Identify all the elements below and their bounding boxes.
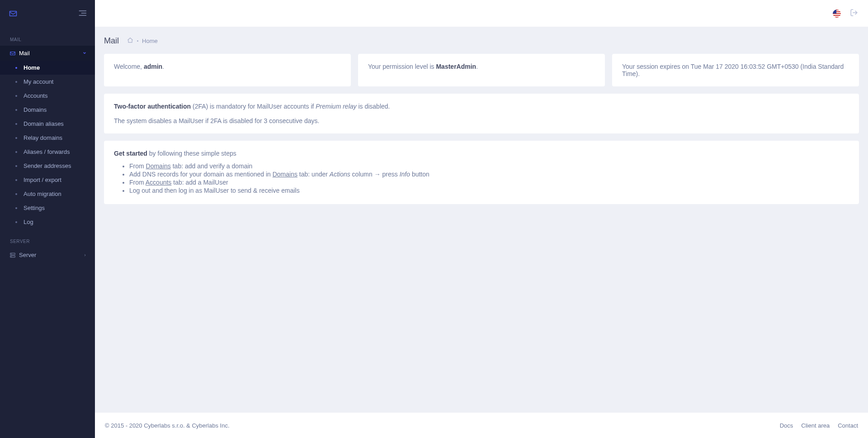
footer-links: Docs Client area Contact: [780, 422, 858, 429]
sidebar-item-my-account[interactable]: My account: [0, 75, 95, 89]
svg-rect-0: [10, 11, 17, 16]
section-label-mail: MAIL: [0, 27, 95, 46]
svg-rect-4: [10, 52, 15, 55]
nav-label-server: Server: [19, 252, 83, 258]
welcome-card: Welcome, admin.: [104, 54, 351, 86]
sidebar-item-sender-addresses[interactable]: Sender addresses: [0, 159, 95, 173]
twofa-bold: Two-factor authentication: [114, 103, 191, 110]
content: Mail Home Welcome, admin. Your permissio…: [95, 27, 868, 438]
breadcrumb: Home: [127, 37, 158, 45]
sidebar-item-label: Settings: [24, 205, 45, 211]
home-icon[interactable]: [127, 37, 133, 45]
twofa-panel: Two-factor authentication (2FA) is manda…: [104, 94, 859, 133]
getstarted-panel: Get started by following these simple st…: [104, 141, 859, 204]
sidebar-item-import-export[interactable]: Import / export: [0, 173, 95, 187]
svg-rect-15: [833, 17, 841, 18]
sidebar-item-domain-aliases[interactable]: Domain aliases: [0, 117, 95, 131]
sidebar-top: [0, 0, 95, 27]
bullet-icon: [15, 151, 17, 153]
svg-rect-14: [833, 15, 841, 16]
svg-rect-11: [833, 10, 841, 10]
breadcrumb-separator: [137, 40, 138, 42]
summary-cards: Welcome, admin. Your permission level is…: [104, 54, 859, 86]
nav-item-mail[interactable]: Mail: [0, 46, 95, 61]
mail-submenu: Home My account Accounts Domains Domain …: [0, 61, 95, 229]
sidebar-item-label: Accounts: [24, 92, 47, 99]
sidebar-item-settings[interactable]: Settings: [0, 201, 95, 215]
link-accounts[interactable]: Accounts: [146, 179, 172, 186]
bullet-icon: [15, 165, 17, 167]
bullet-icon: [15, 81, 17, 83]
welcome-prefix: Welcome,: [114, 63, 144, 70]
bullet-icon: [15, 137, 17, 139]
main: Mail Home Welcome, admin. Your permissio…: [95, 0, 868, 438]
sidebar-item-label: Aliases / forwards: [24, 148, 70, 155]
sidebar-item-accounts[interactable]: Accounts: [0, 89, 95, 103]
link-domains[interactable]: Domains: [273, 171, 297, 178]
perm-level: MasterAdmin: [436, 63, 476, 70]
step1-a: From: [129, 162, 146, 170]
sidebar-item-domains[interactable]: Domains: [0, 103, 95, 117]
bullet-icon: [15, 207, 17, 209]
bullet-icon: [15, 221, 17, 223]
bullet-icon: [15, 193, 17, 195]
sidebar-item-log[interactable]: Log: [0, 215, 95, 229]
getstarted-rest: by following these simple steps: [147, 150, 236, 157]
getstarted-bold: Get started: [114, 150, 147, 157]
sidebar-item-home[interactable]: Home: [0, 61, 95, 75]
welcome-suffix: .: [162, 63, 164, 70]
footer-link-client-area[interactable]: Client area: [801, 422, 830, 429]
chevron-right-icon: [83, 252, 87, 258]
step3-a: From: [129, 179, 146, 186]
perm-prefix: Your permission level is: [368, 63, 436, 70]
sidebar-item-label: Domains: [24, 106, 47, 113]
svg-point-7: [11, 253, 12, 254]
menu-toggle-icon[interactable]: [78, 10, 87, 18]
svg-point-8: [11, 256, 12, 257]
nav-label-mail: Mail: [19, 50, 82, 57]
twofa-mid1: (2FA) is mandatory for MailUser accounts…: [191, 103, 316, 110]
step3-b: tab: add a MailUser: [171, 179, 228, 186]
sidebar-item-label: Sender addresses: [24, 162, 71, 169]
step-1: From Domains tab: add and verify a domai…: [129, 162, 849, 170]
session-card: Your session expires on Tue Mar 17 2020 …: [612, 54, 859, 86]
mail-group-icon: [9, 50, 19, 57]
sidebar-item-label: Auto migration: [24, 190, 61, 197]
sidebar: MAIL Mail Home My account Accounts Domai…: [0, 0, 95, 438]
bullet-icon: [15, 95, 17, 97]
twofa-line2: The system disables a MailUser if 2FA is…: [114, 117, 849, 124]
permission-card: Your permission level is MasterAdmin.: [358, 54, 605, 86]
step2-a: Add DNS records for your domain as menti…: [129, 171, 273, 178]
nav-item-server[interactable]: Server: [0, 248, 95, 262]
logout-icon[interactable]: [850, 9, 858, 18]
step-3: From Accounts tab: add a MailUser: [129, 179, 849, 186]
getstarted-heading: Get started by following these simple st…: [114, 150, 849, 157]
footer-link-contact[interactable]: Contact: [838, 422, 858, 429]
footer-link-docs[interactable]: Docs: [780, 422, 793, 429]
topbar: [95, 0, 868, 27]
step-2: Add DNS records for your domain as menti…: [129, 171, 849, 178]
bullet-icon: [15, 179, 17, 181]
step1-b: tab: add and verify a domain: [171, 162, 253, 170]
sidebar-item-label: My account: [24, 78, 53, 85]
bullet-icon: [15, 123, 17, 125]
mail-logo-icon: [8, 10, 18, 18]
step2-b: tab: under: [297, 171, 330, 178]
svg-rect-16: [833, 10, 836, 14]
section-label-server: SERVER: [0, 229, 95, 248]
sidebar-item-label: Log: [24, 219, 33, 225]
page-title: Mail: [104, 36, 119, 46]
welcome-user: admin: [144, 63, 162, 70]
footer: © 2015 - 2020 Cyberlabs s.r.o. & Cyberla…: [95, 413, 868, 438]
language-flag-icon[interactable]: [833, 10, 841, 18]
step2-em2: Info: [400, 171, 410, 178]
link-domains[interactable]: Domains: [146, 162, 171, 170]
footer-copyright: © 2015 - 2020 Cyberlabs s.r.o. & Cyberla…: [105, 422, 230, 429]
sidebar-item-aliases-forwards[interactable]: Aliases / forwards: [0, 145, 95, 159]
sidebar-item-auto-migration[interactable]: Auto migration: [0, 187, 95, 201]
bullet-icon: [15, 67, 17, 69]
bullet-icon: [15, 109, 17, 111]
session-text: Your session expires on Tue Mar 17 2020 …: [622, 63, 844, 77]
sidebar-item-label: Relay domains: [24, 134, 62, 141]
sidebar-item-relay-domains[interactable]: Relay domains: [0, 131, 95, 145]
